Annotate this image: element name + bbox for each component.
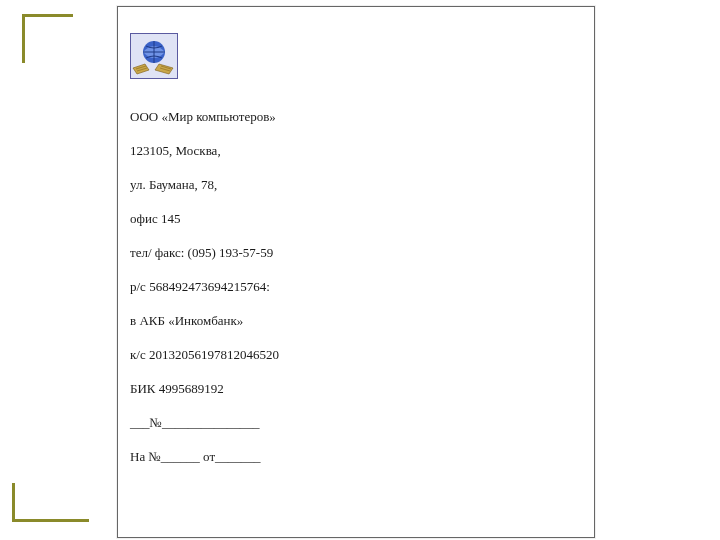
corner-bracket-top-left bbox=[22, 14, 73, 63]
company-name: ООО «Мир компьютеров» bbox=[130, 108, 390, 125]
slide-stage: ООО «Мир компьютеров» 123105, Москва, ул… bbox=[0, 0, 720, 540]
corner-bracket-bottom-left bbox=[12, 483, 89, 522]
document-page: ООО «Мир компьютеров» 123105, Москва, ул… bbox=[117, 6, 595, 538]
reg-line-1: ___№_______________ bbox=[130, 414, 390, 431]
reg-line-2: На №______ от_______ bbox=[130, 448, 390, 465]
bik: БИК 4995689192 bbox=[130, 380, 390, 397]
corr-account: к/с 20132056197812046520 bbox=[130, 346, 390, 363]
phone-fax: тел/ факс: (095) 193-57-59 bbox=[130, 244, 390, 261]
letterhead-block: ООО «Мир компьютеров» 123105, Москва, ул… bbox=[130, 91, 390, 482]
address-line-3: офис 145 bbox=[130, 210, 390, 227]
bank-name: в АКБ «Инкомбанк» bbox=[130, 312, 390, 329]
bank-account: р/с 568492473694215764: bbox=[130, 278, 390, 295]
address-line-1: 123105, Москва, bbox=[130, 142, 390, 159]
company-logo-icon bbox=[130, 33, 178, 79]
address-line-2: ул. Баумана, 78, bbox=[130, 176, 390, 193]
